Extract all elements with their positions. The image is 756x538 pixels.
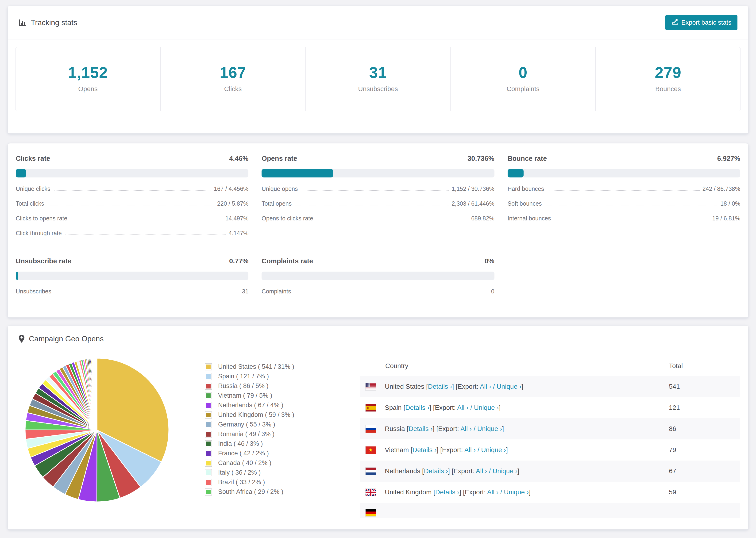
export-unique-link[interactable]: Unique ›	[493, 467, 517, 475]
export-all-link[interactable]: All ›	[457, 404, 468, 411]
legend-swatch	[205, 364, 212, 370]
metric-value: 220 / 5.87%	[217, 200, 248, 207]
tracking-stats-card: Tracking stats Export basic stats 1,152O…	[8, 6, 748, 134]
legend-item: South Africa ( 29 / 2% )	[205, 487, 357, 497]
details-link[interactable]: Details ›	[405, 404, 429, 411]
country-cell: United Kingdom [Details ›] [Export: All …	[365, 488, 669, 496]
legend-label: Italy ( 36 / 2% )	[218, 469, 261, 476]
dotted-leader	[66, 235, 226, 235]
legend-swatch	[205, 402, 212, 409]
stat-label: Opens	[16, 85, 160, 93]
details-link[interactable]: Details ›	[424, 467, 448, 475]
dotted-leader	[548, 190, 699, 190]
legend-item: Romania ( 49 / 3% )	[205, 429, 357, 439]
stat-value: 167	[161, 64, 305, 81]
map-pin-icon	[19, 335, 25, 343]
dotted-leader	[555, 220, 710, 220]
legend-swatch	[205, 450, 212, 457]
metric-label: Hard bounces	[508, 186, 544, 192]
pie-slice	[97, 358, 97, 430]
rate-header: Opens rate30.736%	[261, 155, 494, 162]
total-cell: 59	[669, 488, 735, 496]
row-text: ]	[529, 488, 531, 496]
legend-item: Germany ( 55 / 3% )	[205, 420, 357, 429]
rate-name: Opens rate	[261, 155, 297, 162]
table-row-vn: Vietnam [Details ›] [Export: All › / Uni…	[360, 439, 740, 460]
metric-row: Unique opens1,152 / 30.736%	[261, 186, 494, 192]
rate-block-bounce-rate: Bounce rate6.927%Hard bounces242 / 86.73…	[508, 155, 740, 237]
export-unique-link[interactable]: Unique ›	[481, 446, 506, 454]
legend-label: South Africa ( 29 / 2% )	[218, 488, 283, 496]
details-link[interactable]: Details ›	[435, 488, 459, 496]
page-title: Tracking stats	[31, 18, 77, 27]
table-row-ru: Russia [Details ›] [Export: All › / Uniq…	[360, 418, 740, 439]
country-name: United States	[385, 383, 424, 390]
export-unique-link[interactable]: Unique ›	[504, 488, 529, 496]
metric-label: Opens to clicks rate	[261, 215, 313, 222]
export-all-link[interactable]: All ›	[476, 467, 487, 475]
country-cell: Vietnam [Details ›] [Export: All › / Uni…	[365, 446, 669, 454]
details-link[interactable]: Details ›	[412, 446, 437, 454]
slash-separator: /	[476, 446, 481, 454]
total-cell: 67	[669, 467, 735, 475]
total-cell: 541	[669, 383, 735, 390]
total-cell: 121	[669, 404, 735, 411]
geo-card: Campaign Geo Opens United States ( 541 /…	[8, 325, 748, 529]
country-cell: Netherlands [Details ›] [Export: All › /…	[365, 467, 669, 475]
stat-cell-complaints: 0Complaints	[451, 47, 596, 111]
legend-label: Russia ( 86 / 5% )	[218, 382, 269, 390]
legend-item: United States ( 541 / 31% )	[205, 362, 357, 372]
rate-name: Bounce rate	[508, 155, 547, 162]
legend-label: Germany ( 55 / 3% )	[218, 421, 275, 428]
metric-value: 18 / 0%	[720, 200, 740, 207]
metric-value: 14.497%	[225, 215, 249, 222]
row-text: ]	[502, 425, 504, 432]
bar-chart-icon	[19, 19, 27, 27]
details-link[interactable]: Details ›	[408, 425, 433, 432]
metric-label: Clicks to opens rate	[16, 215, 67, 222]
legend-swatch	[205, 460, 212, 466]
export-unique-link[interactable]: Unique ›	[474, 404, 499, 411]
export-all-link[interactable]: All ›	[487, 488, 499, 496]
metric-row: Clicks to opens rate14.497%	[16, 215, 248, 222]
rates-grid: Clicks rate4.46%Unique clicks167 / 4.456…	[16, 155, 740, 295]
export-all-link[interactable]: All ›	[460, 425, 472, 432]
metric-value: 31	[242, 288, 249, 295]
country-name: Russia	[385, 425, 405, 432]
row-text: ] [Export:	[429, 404, 457, 411]
slash-separator: /	[487, 467, 493, 475]
export-unique-link[interactable]: Unique ›	[497, 383, 521, 390]
metric-value: 242 / 86.738%	[702, 186, 740, 192]
metric-value: 2,303 / 61.446%	[452, 200, 495, 207]
tracking-card-header: Tracking stats Export basic stats	[8, 6, 748, 39]
stat-cell-opens: 1,152Opens	[16, 47, 161, 111]
country-cell: United States [Details ›] [Export: All ›…	[365, 383, 669, 390]
rate-progress-fill	[508, 169, 524, 178]
country-name: United Kingdom	[385, 488, 432, 496]
rate-block-opens-rate: Opens rate30.736%Unique opens1,152 / 30.…	[261, 155, 494, 237]
country-links: United States [Details ›] [Export: All ›…	[385, 383, 523, 390]
stat-cell-bounces: 279Bounces	[596, 47, 740, 111]
metric-value: 4.147%	[229, 230, 249, 237]
rate-value: 0.77%	[229, 257, 248, 265]
details-link[interactable]: Details ›	[428, 383, 452, 390]
metric-label: Unique clicks	[16, 186, 50, 192]
legend-swatch	[205, 431, 212, 438]
export-all-link[interactable]: All ›	[464, 446, 476, 454]
export-basic-stats-button[interactable]: Export basic stats	[665, 15, 737, 30]
rate-progress-track	[508, 169, 740, 178]
row-text: ] [Export:	[436, 446, 464, 454]
export-icon	[672, 19, 678, 27]
row-text: [	[424, 383, 428, 390]
stat-label: Unsubscribes	[306, 85, 451, 93]
row-text: ] [Export:	[452, 383, 480, 390]
dotted-leader	[546, 205, 718, 205]
export-unique-link[interactable]: Unique ›	[477, 425, 502, 432]
row-text: ]	[521, 383, 523, 390]
export-all-link[interactable]: All ›	[480, 383, 491, 390]
rate-progress-track	[16, 169, 248, 178]
metric-label: Soft bounces	[508, 200, 542, 207]
rate-header: Unsubscribe rate0.77%	[16, 257, 248, 265]
flag-es-icon	[365, 404, 376, 411]
total-column-header: Total	[669, 362, 735, 370]
